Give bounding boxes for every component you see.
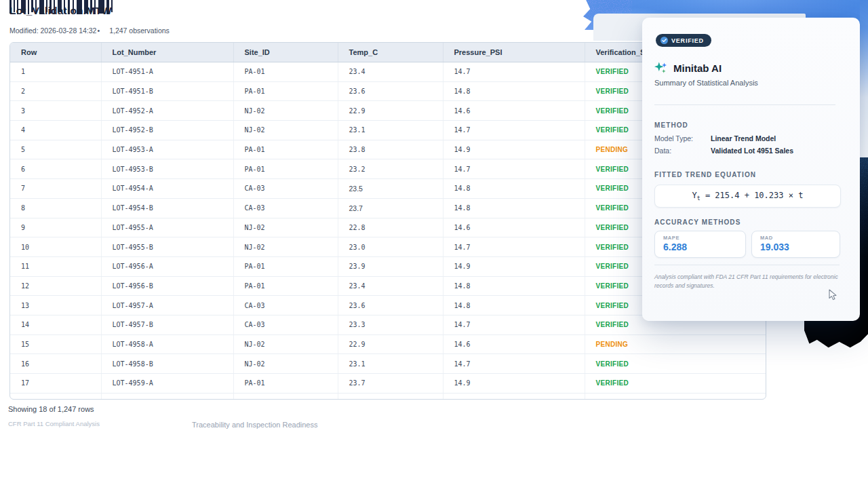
pressure-cell: 14.7 — [443, 315, 585, 334]
lot-number-cell: LOT-4957-B — [101, 315, 233, 334]
lot-number-cell: LOT-4958-B — [101, 354, 233, 374]
lot-number-cell: LOT-4958-A — [101, 334, 233, 354]
site-id-cell: NJ-02 — [233, 101, 338, 121]
row-number-cell: 15 — [10, 334, 101, 354]
mouse-cursor — [829, 289, 838, 301]
site-id-cell: PA-01 — [233, 140, 338, 159]
site-id-cell: PA-01 — [233, 256, 338, 276]
row-number-cell: 2 — [10, 81, 101, 101]
badge-label: VERIFIED — [671, 37, 704, 44]
pressure-cell: 14.7 — [443, 159, 585, 179]
temp-cell: 23.8 — [338, 140, 443, 159]
pressure-cell: 14.8 — [443, 393, 585, 400]
temp-cell: 22.9 — [338, 334, 443, 354]
temp-cell: 22.9 — [338, 101, 443, 121]
site-id-cell: CA-03 — [233, 296, 338, 315]
minitab-ai-panel: VERIFIED Minitab AI Summary of Statistic… — [642, 18, 860, 321]
site-id-cell: PA-01 — [233, 276, 338, 296]
lot-number-cell: LOT-4957-A — [101, 296, 233, 315]
temp-cell: 23.3 — [338, 315, 443, 334]
site-id-cell: CA-03 — [233, 179, 338, 199]
mad-label: MAD — [760, 235, 840, 241]
trend-equation: Yt = 215.4 + 10.233 × t — [692, 191, 804, 202]
decorative-blue-edge — [860, 0, 868, 157]
row-number-cell: 18 — [10, 393, 101, 400]
row-count-status: Showing 18 of 1,247 rows — [8, 405, 94, 413]
trend-equation-box: Yt = 215.4 + 10.233 × t — [654, 185, 841, 208]
row-number-cell: 11 — [10, 256, 101, 276]
lot-number-cell: LOT-4955-B — [101, 237, 233, 257]
temp-cell: 23.7 — [338, 198, 443, 218]
site-id-cell: CA-03 — [233, 198, 338, 218]
lot-number-cell: LOT-4952-B — [101, 121, 233, 140]
accuracy-metrics: MAPE 6.288 MAD 19.033 — [654, 231, 840, 258]
panel-header: Minitab AI — [654, 61, 722, 75]
mape-label: MAPE — [663, 235, 745, 241]
page-title: Lot_Validation.MTW — [9, 5, 112, 17]
temp-cell: 23.6 — [338, 81, 443, 101]
mape-value: 6.288 — [663, 242, 745, 252]
method-section-heading: METHOD — [654, 121, 688, 129]
site-id-cell: PA-01 — [233, 62, 338, 82]
lot-number-cell: LOT-4954-B — [101, 198, 233, 218]
row-number-cell: 5 — [10, 140, 101, 159]
site-id-cell: PA-01 — [233, 81, 338, 101]
pressure-cell: 14.7 — [443, 354, 585, 374]
pressure-cell: 14.8 — [443, 296, 585, 315]
modified-timestamp: Modified: 2026-03-28 14:32 — [9, 26, 96, 35]
site-id-cell: CA-03 — [233, 315, 338, 334]
temp-cell: 23.4 — [338, 276, 443, 296]
pressure-cell: 14.7 — [443, 237, 585, 257]
panel-divider-2 — [654, 265, 840, 265]
status-cell: VERIFIED — [585, 374, 766, 394]
pressure-cell: 14.9 — [443, 374, 585, 394]
row-number-cell: 17 — [10, 374, 101, 394]
temp-cell: 23.0 — [338, 237, 443, 257]
column-header-row[interactable]: Row — [10, 43, 101, 62]
column-header-pressure_psi[interactable]: Pressure_PSI — [443, 43, 585, 62]
temp-cell: 23.1 — [338, 354, 443, 374]
pressure-cell: 14.8 — [443, 198, 585, 218]
accuracy-section-heading: ACCURACY METHODS — [654, 218, 741, 226]
mad-metric-card: MAD 19.033 — [751, 231, 840, 258]
row-number-cell: 10 — [10, 237, 101, 257]
table-row[interactable]: 15LOT-4958-ANJ-0222.914.6PENDING — [10, 334, 766, 354]
lot-number-cell: LOT-4954-A — [101, 179, 233, 199]
column-header-temp_c[interactable]: Temp_C — [338, 43, 443, 62]
row-number-cell: 7 — [10, 179, 101, 199]
pressure-cell: 14.9 — [443, 256, 585, 276]
lot-number-cell: LOT-4956-B — [101, 276, 233, 296]
row-number-cell: 3 — [10, 101, 101, 121]
row-number-cell: 13 — [10, 296, 101, 315]
temp-cell: 23.6 — [338, 296, 443, 315]
row-number-cell: 4 — [10, 121, 101, 140]
temp-cell: 23.1 — [338, 121, 443, 140]
lot-number-cell: LOT-4959-A — [101, 374, 233, 394]
pressure-cell: 14.7 — [443, 121, 585, 140]
pressure-cell: 14.8 — [443, 81, 585, 101]
temp-cell: 22.8 — [338, 218, 443, 237]
table-row[interactable]: 16LOT-4958-BNJ-0223.114.7VERIFIED — [10, 354, 766, 374]
pressure-cell: 14.6 — [443, 218, 585, 237]
table-row[interactable]: 18LOT-4959-BPA-0123.514.8VERIFIED — [10, 393, 766, 400]
compliance-footnote: CFR Part 11 Compliant Analysis — [8, 420, 100, 427]
row-number-cell: 6 — [10, 159, 101, 179]
pressure-cell: 14.9 — [443, 140, 585, 159]
lot-number-cell: LOT-4951-B — [101, 81, 233, 101]
column-header-site_id[interactable]: Site_ID — [233, 43, 338, 62]
data-label: Data: — [654, 147, 671, 155]
status-cell: VERIFIED — [585, 393, 766, 400]
pressure-cell: 14.8 — [443, 179, 585, 199]
table-row[interactable]: 17LOT-4959-APA-0123.714.9VERIFIED — [10, 374, 766, 394]
pressure-cell: 14.6 — [443, 334, 585, 354]
row-number-cell: 14 — [10, 315, 101, 334]
lot-number-cell: LOT-4952-A — [101, 101, 233, 121]
site-id-cell: NJ-02 — [233, 354, 338, 374]
data-value: Validated Lot 4951 Sales — [711, 147, 793, 155]
row-number-cell: 16 — [10, 354, 101, 374]
column-header-lot_number[interactable]: Lot_Number — [101, 43, 233, 62]
lot-number-cell: LOT-4955-A — [101, 218, 233, 237]
temp-cell: 23.2 — [338, 159, 443, 179]
mad-value: 19.033 — [760, 242, 840, 252]
site-id-cell: PA-01 — [233, 374, 338, 394]
